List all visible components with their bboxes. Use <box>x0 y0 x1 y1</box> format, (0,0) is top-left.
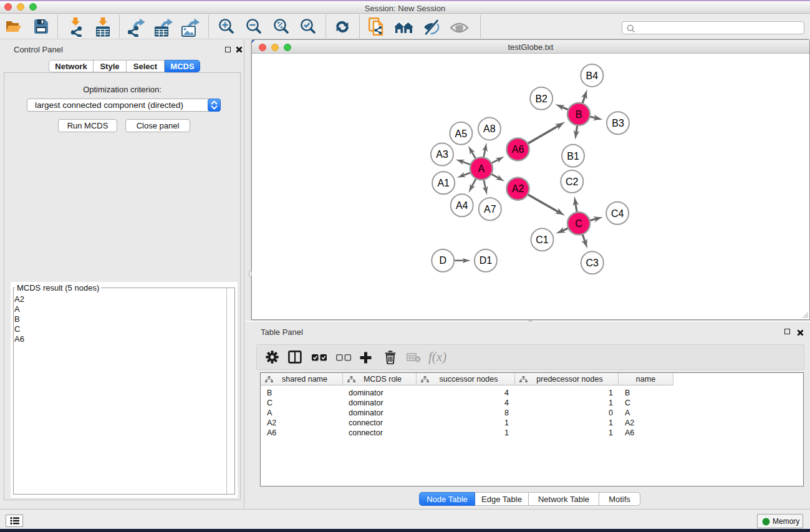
svg-text:A5: A5 <box>455 128 468 139</box>
svg-text:A4: A4 <box>456 200 468 211</box>
svg-text:A8: A8 <box>483 123 496 134</box>
svg-text:B3: B3 <box>612 118 624 128</box>
svg-text:D1: D1 <box>480 255 493 266</box>
svg-text:C2: C2 <box>566 177 579 187</box>
svg-text:A3: A3 <box>436 149 448 160</box>
svg-text:A1: A1 <box>437 178 450 188</box>
svg-text:C4: C4 <box>611 208 624 219</box>
svg-text:B2: B2 <box>535 94 547 104</box>
svg-text:A2: A2 <box>512 183 524 194</box>
svg-text:B1: B1 <box>567 151 579 162</box>
svg-text:B4: B4 <box>586 70 599 81</box>
svg-text:C1: C1 <box>536 235 549 245</box>
svg-text:A6: A6 <box>512 144 524 155</box>
svg-text:C: C <box>575 218 582 229</box>
svg-text:A7: A7 <box>484 204 496 215</box>
svg-text:D: D <box>440 255 447 266</box>
svg-text:C3: C3 <box>586 258 599 268</box>
svg-text:A: A <box>478 163 485 174</box>
svg-text:B: B <box>576 109 582 120</box>
